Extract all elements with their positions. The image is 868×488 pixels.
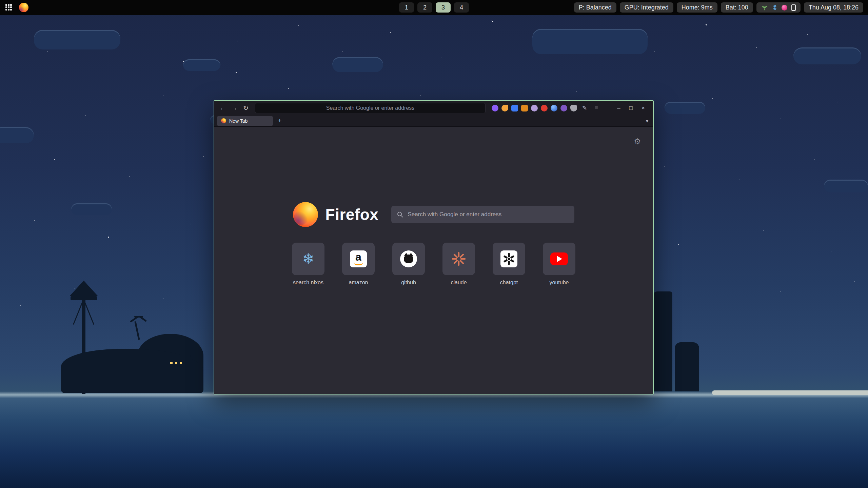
tab-overflow-chevron-icon[interactable]: ▾ bbox=[646, 118, 653, 124]
forward-button[interactable]: → bbox=[229, 103, 239, 113]
hut-light bbox=[175, 362, 177, 364]
purple-extension-icon[interactable] bbox=[492, 105, 498, 111]
shortcut-amazon[interactable]: a amazon bbox=[341, 243, 375, 286]
newtab-search-input[interactable] bbox=[408, 211, 569, 218]
bluetooth-icon[interactable] bbox=[772, 4, 777, 11]
ping-module[interactable]: Home: 9ms bbox=[677, 2, 717, 13]
cloud bbox=[183, 59, 220, 71]
shortcut-youtube[interactable]: youtube bbox=[542, 243, 576, 286]
shortcut-label: claude bbox=[451, 280, 467, 286]
nixos-snowflake-icon: ❄ bbox=[302, 252, 314, 266]
cloud bbox=[824, 180, 868, 192]
amazon-smile bbox=[354, 262, 363, 265]
hut-light bbox=[180, 362, 182, 364]
newtab-page: ⚙ Firefox ❄ search.nixos bbox=[214, 127, 653, 394]
gpu-module[interactable]: GPU: Integrated bbox=[620, 2, 673, 13]
workspace-switcher: 1 2 3 4 bbox=[399, 2, 469, 13]
firefox-logo bbox=[293, 202, 318, 227]
youtube-play-icon bbox=[550, 252, 568, 265]
tab-title: New Tab bbox=[229, 118, 248, 124]
browser-toolbar: ← → ↻ ✎ ≡ – □ × bbox=[214, 101, 653, 115]
workspace-1[interactable]: 1 bbox=[399, 2, 414, 13]
tab-bar: New Tab + ▾ bbox=[214, 115, 653, 127]
red-extension-icon[interactable] bbox=[541, 105, 548, 111]
status-bar: 1 2 3 4 P: Balanced GPU: Integrated Home… bbox=[0, 0, 868, 15]
firefox-wordmark: Firefox bbox=[326, 205, 379, 224]
device-icon[interactable] bbox=[791, 4, 796, 11]
shortcut-search-nixos[interactable]: ❄ search.nixos bbox=[291, 243, 325, 286]
shortcut-tiles: ❄ search.nixos a amazon github bbox=[214, 243, 653, 286]
new-tab-button[interactable]: + bbox=[275, 116, 284, 126]
newtab-hero: Firefox bbox=[214, 202, 653, 227]
apps-grid-icon[interactable] bbox=[5, 4, 12, 11]
page-edit-icon[interactable]: ✎ bbox=[580, 104, 589, 111]
window-controls: – □ × bbox=[615, 105, 650, 111]
cloud bbox=[0, 127, 34, 143]
violet-extension-icon[interactable] bbox=[560, 105, 567, 111]
reload-button[interactable]: ↻ bbox=[241, 103, 251, 113]
battery-module[interactable]: Bat: 100 bbox=[721, 2, 753, 13]
chatgpt-knot-icon bbox=[500, 250, 517, 267]
blue-extension-icon[interactable] bbox=[511, 105, 518, 111]
power-profile-module[interactable]: P: Balanced bbox=[574, 2, 616, 13]
orange-moon-extension-icon[interactable] bbox=[501, 105, 508, 111]
maximize-button[interactable]: □ bbox=[627, 105, 635, 111]
extension-icons: ✎ ≡ bbox=[490, 104, 603, 111]
personalize-gear-icon[interactable]: ⚙ bbox=[634, 137, 641, 146]
cloud bbox=[34, 30, 120, 49]
hut-light bbox=[170, 362, 173, 364]
shortcut-label: youtube bbox=[550, 280, 569, 286]
clock-module[interactable]: Thu Aug 08, 18:26 bbox=[804, 2, 863, 13]
close-button[interactable]: × bbox=[639, 105, 647, 111]
tray-module bbox=[756, 2, 801, 13]
shortcut-label: chatgpt bbox=[500, 280, 518, 286]
gray-goggles-extension-icon[interactable] bbox=[570, 105, 577, 111]
shortcut-label: amazon bbox=[349, 280, 368, 286]
shortcut-label: github bbox=[401, 280, 416, 286]
claude-starburst-icon bbox=[451, 251, 467, 267]
shortcut-chatgpt[interactable]: chatgpt bbox=[492, 243, 526, 286]
firefox-launcher-icon[interactable] bbox=[19, 3, 28, 12]
workspace-4[interactable]: 4 bbox=[454, 2, 469, 13]
lavender-extension-icon[interactable] bbox=[531, 105, 538, 111]
amber-grid-extension-icon[interactable] bbox=[521, 105, 528, 111]
shortcut-claude[interactable]: claude bbox=[442, 243, 476, 286]
cloud bbox=[71, 203, 112, 215]
tab-new-tab[interactable]: New Tab bbox=[217, 116, 273, 126]
amazon-icon: a bbox=[350, 250, 367, 267]
cloud bbox=[532, 29, 648, 54]
back-button[interactable]: ← bbox=[218, 103, 228, 113]
newtab-search-bar[interactable] bbox=[391, 206, 574, 223]
firefox-favicon bbox=[221, 118, 226, 123]
url-bar[interactable] bbox=[255, 103, 486, 113]
firefox-window: ← → ↻ ✎ ≡ – □ × New Tab bbox=[214, 100, 654, 394]
blue-sphere-extension-icon[interactable] bbox=[551, 105, 557, 111]
wifi-icon[interactable] bbox=[761, 4, 768, 11]
beach-strip bbox=[712, 390, 868, 395]
cloud bbox=[793, 47, 861, 64]
shortcut-github[interactable]: github bbox=[392, 243, 426, 286]
minimize-button[interactable]: – bbox=[615, 105, 623, 111]
color-indicator-icon[interactable] bbox=[782, 5, 787, 11]
workspace-3-active[interactable]: 3 bbox=[436, 2, 451, 13]
menu-icon[interactable]: ≡ bbox=[592, 105, 601, 111]
shortcut-label: search.nixos bbox=[293, 280, 323, 286]
cloud bbox=[665, 102, 705, 114]
search-icon bbox=[397, 211, 403, 218]
island-silhouette bbox=[51, 264, 214, 393]
workspace-2[interactable]: 2 bbox=[417, 2, 432, 13]
github-octocat-icon bbox=[400, 250, 417, 267]
cloud bbox=[332, 57, 383, 72]
urlbar-input[interactable] bbox=[255, 103, 485, 113]
